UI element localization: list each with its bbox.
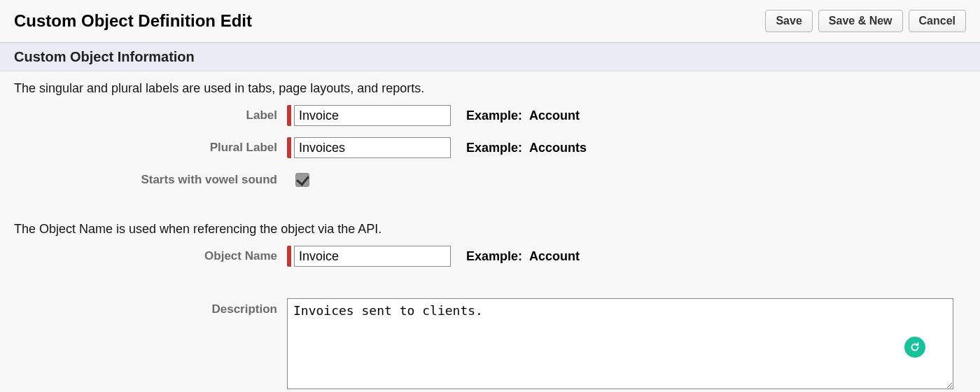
intro-text-labels: The singular and plural labels are used … bbox=[14, 81, 966, 96]
page-title: Custom Object Definition Edit bbox=[14, 11, 252, 31]
field-label-label: Label bbox=[14, 108, 287, 122]
vowel-checkbox[interactable] bbox=[295, 173, 309, 187]
example-prefix: Example: bbox=[466, 108, 522, 122]
row-label: Label Example: Account bbox=[14, 102, 966, 130]
example-value: Account bbox=[529, 108, 580, 122]
required-indicator bbox=[287, 246, 451, 267]
label-input[interactable] bbox=[294, 105, 451, 126]
required-indicator bbox=[287, 105, 451, 126]
row-vowel: Starts with vowel sound bbox=[14, 166, 966, 194]
example-value: Accounts bbox=[529, 141, 587, 155]
plural-example: Example: Accounts bbox=[466, 141, 587, 155]
section-header: Custom Object Information bbox=[0, 43, 980, 71]
plural-label-input[interactable] bbox=[294, 137, 451, 158]
required-bar-icon bbox=[287, 137, 291, 158]
cancel-button[interactable]: Cancel bbox=[909, 10, 966, 32]
save-button[interactable]: Save bbox=[765, 10, 812, 32]
row-plural-label: Plural Label Example: Accounts bbox=[14, 134, 966, 162]
example-prefix: Example: bbox=[466, 249, 522, 263]
object-name-example: Example: Account bbox=[466, 249, 580, 264]
row-description: Description bbox=[14, 298, 966, 392]
header-button-row: Save Save & New Cancel bbox=[765, 10, 966, 32]
required-indicator bbox=[287, 137, 451, 158]
page-header: Custom Object Definition Edit Save Save … bbox=[0, 0, 980, 43]
field-label-plural: Plural Label bbox=[14, 141, 287, 155]
row-object-name: Object Name Example: Account bbox=[14, 242, 966, 270]
save-and-new-button[interactable]: Save & New bbox=[818, 10, 903, 32]
intro-text-api: The Object Name is used when referencing… bbox=[14, 222, 966, 237]
label-example: Example: Account bbox=[466, 108, 580, 123]
required-bar-icon bbox=[287, 246, 291, 267]
example-prefix: Example: bbox=[466, 141, 522, 155]
description-textarea[interactable] bbox=[287, 298, 953, 389]
field-label-vowel: Starts with vowel sound bbox=[14, 173, 287, 187]
example-value: Account bbox=[529, 249, 580, 263]
field-label-description: Description bbox=[14, 298, 287, 316]
object-name-input[interactable] bbox=[294, 246, 451, 267]
grammarly-icon[interactable] bbox=[904, 337, 925, 358]
section-body: The singular and plural labels are used … bbox=[0, 71, 980, 392]
required-bar-icon bbox=[287, 105, 291, 126]
field-label-object-name: Object Name bbox=[14, 249, 287, 263]
